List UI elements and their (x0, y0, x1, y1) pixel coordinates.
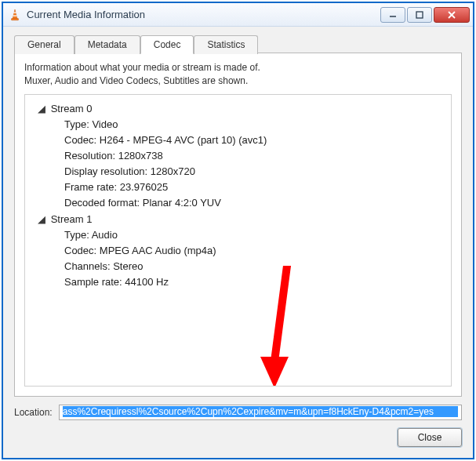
codec-tree[interactable]: ◢ Stream 0 Type: Video Codec: H264 - MPE… (24, 94, 452, 387)
stream-node[interactable]: ◢ Stream 1 (38, 212, 443, 227)
codec-row[interactable]: Codec: MPEG AAC Audio (mp4a) (64, 243, 443, 259)
svg-marker-0 (13, 9, 17, 19)
maximize-button[interactable] (407, 7, 432, 23)
codec-row[interactable]: Channels: Stereo (64, 259, 443, 274)
info-line-1: Information about what your media or str… (24, 62, 260, 73)
tab-codec[interactable]: Codec (140, 35, 194, 54)
svg-marker-9 (260, 357, 289, 387)
stream-children: Type: Video Codec: H264 - MPEG-4 AVC (pa… (38, 117, 443, 212)
codec-row[interactable]: Display resolution: 1280x720 (64, 164, 443, 180)
window-title: Current Media Information (27, 9, 380, 20)
media-information-window: Current Media Information General Metada… (3, 3, 473, 458)
tab-metadata[interactable]: Metadata (74, 35, 140, 54)
dialog-button-row: Close (14, 428, 462, 447)
close-button-label: Close (418, 432, 442, 443)
location-input[interactable]: ass%2Crequiressl%2Csource%2Cupn%2Cexpire… (59, 405, 462, 420)
expander-icon[interactable]: ◢ (38, 212, 46, 227)
codec-row[interactable]: Sample rate: 44100 Hz (64, 274, 443, 290)
tab-label: Statistics (207, 39, 245, 50)
svg-rect-1 (13, 12, 16, 13)
titlebar[interactable]: Current Media Information (3, 3, 473, 27)
stream-title: Stream 0 (51, 103, 93, 114)
svg-rect-2 (13, 15, 16, 16)
tab-statistics[interactable]: Statistics (194, 35, 258, 54)
svg-rect-5 (416, 12, 423, 18)
expander-icon[interactable]: ◢ (38, 101, 46, 117)
stream-node[interactable]: ◢ Stream 0 (38, 101, 443, 117)
vlc-cone-icon (8, 8, 22, 22)
close-window-button[interactable] (434, 7, 470, 23)
tab-label: Codec (154, 39, 181, 50)
location-label: Location: (14, 407, 53, 418)
minimize-button[interactable] (380, 7, 405, 23)
close-button[interactable]: Close (398, 428, 462, 447)
codec-tabpage: Information about what your media or str… (14, 53, 462, 397)
tab-label: Metadata (88, 39, 127, 50)
client-area: General Metadata Codec Statistics Inform… (3, 27, 473, 458)
stream-title: Stream 1 (51, 213, 93, 225)
tabstrip: General Metadata Codec Statistics (14, 34, 462, 53)
tab-label: General (27, 39, 61, 50)
tab-general[interactable]: General (14, 35, 74, 54)
codec-row[interactable]: Resolution: 1280x738 (64, 148, 443, 164)
location-value: ass%2Crequiressl%2Csource%2Cupn%2Cexpire… (63, 406, 458, 417)
svg-rect-3 (12, 18, 19, 20)
info-line-2: Muxer, Audio and Video Codecs, Subtitles… (24, 75, 248, 86)
codec-row[interactable]: Frame rate: 23.976025 (64, 180, 443, 195)
codec-info-text: Information about what your media or str… (24, 61, 452, 88)
codec-row[interactable]: Codec: H264 - MPEG-4 AVC (part 10) (avc1… (64, 132, 443, 148)
codec-row[interactable]: Type: Audio (64, 227, 443, 243)
window-controls (380, 7, 473, 23)
codec-row[interactable]: Decoded format: Planar 4:2:0 YUV (64, 195, 443, 211)
stream-children: Type: Audio Codec: MPEG AAC Audio (mp4a)… (38, 227, 443, 291)
location-row: Location: ass%2Crequiressl%2Csource%2Cup… (14, 405, 462, 420)
codec-row[interactable]: Type: Video (64, 117, 443, 132)
